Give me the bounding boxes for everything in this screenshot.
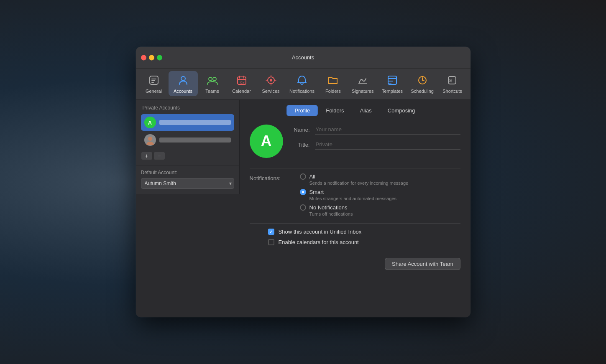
scheduling-label: Scheduling	[411, 89, 434, 94]
close-button[interactable]	[141, 55, 146, 60]
toolbar-item-calendar[interactable]: Ca Calendar	[227, 71, 256, 96]
toolbar-item-teams[interactable]: Teams	[198, 71, 227, 96]
toolbar-item-folders[interactable]: Folders	[318, 71, 348, 96]
tabs-bar: Profile Folders Alias Composing	[240, 100, 470, 116]
toolbar-item-scheduling[interactable]: Scheduling	[407, 71, 437, 96]
checkbox-section: Show this account in Unified Inbox Enabl…	[250, 229, 460, 245]
title-input[interactable]	[315, 140, 460, 150]
svg-text:Ca: Ca	[240, 81, 245, 84]
remove-account-button[interactable]: −	[153, 152, 165, 160]
toolbar-item-general[interactable]: General	[139, 71, 169, 96]
traffic-lights	[141, 55, 162, 60]
notifications-label: Notifications:	[250, 175, 286, 181]
minimize-button[interactable]	[149, 55, 154, 60]
profile-content: A Name: Title:	[240, 116, 470, 317]
teams-icon	[206, 74, 219, 87]
profile-avatar: A	[250, 125, 283, 158]
tab-composing[interactable]: Composing	[380, 105, 423, 116]
maximize-button[interactable]	[157, 55, 162, 60]
account-list-panel: Private Accounts A	[136, 100, 240, 165]
toolbar-item-notifications[interactable]: Notifications	[286, 71, 319, 96]
window: Accounts General Accoun	[136, 47, 470, 317]
left-panel: Private Accounts A	[136, 100, 240, 317]
default-account-section: Default Account: Autumn Smith ▾	[136, 165, 240, 194]
account-avatar-2	[144, 134, 156, 146]
account-name-bar-1	[159, 120, 231, 125]
profile-fields: Name: Title:	[293, 125, 460, 150]
templates-icon	[386, 74, 399, 87]
toolbar-item-services[interactable]: Services	[256, 71, 286, 96]
svg-point-6	[213, 77, 216, 81]
scheduling-icon	[416, 74, 429, 87]
radio-all[interactable]	[300, 173, 306, 180]
toolbar-item-shortcuts[interactable]: ⌘ Shortcuts	[437, 71, 467, 96]
radio-none-row[interactable]: No Notifications	[300, 204, 409, 211]
toolbar: General Accounts	[136, 69, 470, 100]
signatures-icon	[356, 74, 369, 87]
add-account-button[interactable]: +	[141, 152, 153, 160]
share-account-button[interactable]: Share Account with Team	[385, 258, 460, 270]
checkbox-unified[interactable]	[268, 229, 274, 235]
account-item-2[interactable]	[141, 132, 234, 148]
name-input[interactable]	[315, 125, 460, 135]
toolbar-item-signatures[interactable]: Signatures	[348, 71, 378, 96]
accounts-label: Accounts	[174, 89, 192, 94]
general-icon	[147, 74, 161, 87]
svg-text:⌘: ⌘	[449, 78, 453, 84]
radio-none-desc: Turns off notifications	[300, 211, 409, 216]
svg-rect-3	[151, 82, 154, 83]
name-field-row: Name:	[293, 125, 460, 135]
radio-smart-label: Smart	[309, 189, 324, 195]
private-accounts-label: Private Accounts	[141, 105, 234, 111]
svg-point-13	[270, 79, 272, 81]
services-label: Services	[262, 89, 279, 94]
divider-2	[250, 223, 460, 224]
general-label: General	[146, 89, 162, 94]
svg-rect-1	[151, 79, 156, 79]
folders-label: Folders	[325, 89, 341, 94]
tab-profile[interactable]: Profile	[286, 105, 318, 116]
svg-rect-2	[151, 80, 155, 81]
tab-alias[interactable]: Alias	[352, 105, 380, 116]
default-account-select[interactable]: Autumn Smith	[141, 178, 234, 189]
checkbox-calendars-label: Enable calendars for this account	[279, 239, 359, 245]
notifications-row: Notifications: All Sends a notification …	[250, 173, 460, 216]
svg-point-5	[209, 77, 212, 81]
shortcuts-icon: ⌘	[445, 74, 459, 87]
checkbox-unified-label: Show this account in Unified Inbox	[279, 229, 362, 235]
account-item-1[interactable]: A	[141, 114, 234, 131]
content-area: Private Accounts A	[136, 100, 470, 317]
notifications-section: Notifications: All Sends a notification …	[250, 173, 460, 216]
account-list: A	[141, 114, 234, 148]
checkbox-calendars[interactable]	[268, 239, 274, 245]
default-select-wrap: Autumn Smith ▾	[141, 178, 234, 189]
radio-smart-desc: Mutes strangers and automated messages	[300, 196, 409, 201]
checkbox-unified-row: Show this account in Unified Inbox	[250, 229, 460, 235]
radio-none[interactable]	[300, 204, 306, 211]
title-field-row: Title:	[293, 140, 460, 150]
radio-all-desc: Sends a notification for every incoming …	[300, 181, 409, 186]
default-account-label: Default Account:	[141, 170, 234, 176]
radio-all-label: All	[309, 173, 315, 180]
notif-option-none: No Notifications Turns off notifications	[300, 204, 409, 216]
account-avatar-1: A	[144, 117, 156, 128]
accounts-icon	[176, 74, 190, 87]
profile-header: A Name: Title:	[250, 125, 460, 158]
teams-label: Teams	[205, 89, 219, 94]
calendar-label: Calendar	[232, 89, 251, 94]
toolbar-item-accounts[interactable]: Accounts	[169, 71, 198, 96]
radio-smart-row[interactable]: Smart	[300, 189, 409, 195]
share-btn-row: Share Account with Team	[250, 254, 460, 270]
services-icon	[264, 74, 278, 87]
right-panel: Profile Folders Alias Composing A Name:	[240, 100, 470, 317]
radio-all-row[interactable]: All	[300, 173, 409, 180]
account-name-bar-2	[159, 137, 231, 143]
title-label: Title:	[293, 142, 310, 148]
radio-smart[interactable]	[300, 189, 306, 195]
toolbar-item-templates[interactable]: Templates	[378, 71, 407, 96]
notifications-icon	[295, 74, 309, 87]
divider-1	[250, 168, 460, 168]
tab-folders[interactable]: Folders	[318, 105, 352, 116]
notifications-label-col: Notifications:	[250, 173, 300, 182]
window-title: Accounts	[292, 54, 314, 61]
